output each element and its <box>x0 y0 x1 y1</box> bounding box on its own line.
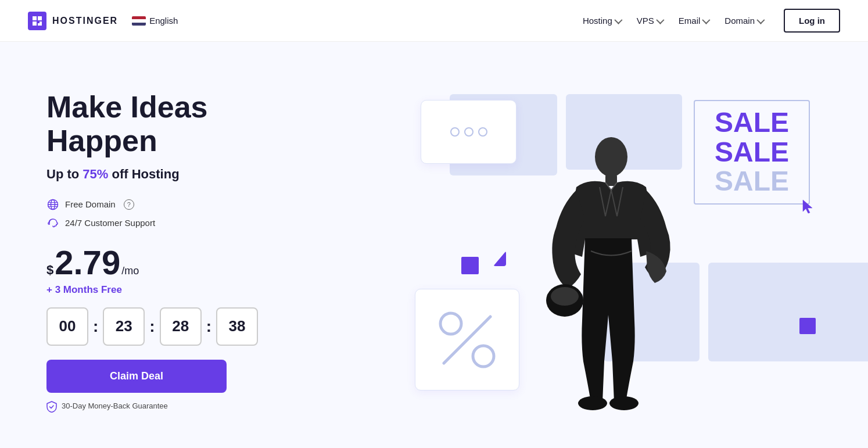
logo-icon <box>28 12 46 30</box>
chevron-down-icon <box>702 16 711 24</box>
language-label: English <box>149 16 178 26</box>
guarantee-label: 30-Day Money-Back Guarantee <box>62 402 168 410</box>
percent-icon <box>432 305 502 375</box>
timer-sep-2: : <box>149 317 155 336</box>
feature-support: 24/7 Customer Support <box>46 217 314 230</box>
hero-title: Make Ideas Happen <box>46 91 314 157</box>
brand-name: HOSTINGER <box>52 16 118 26</box>
nav-email[interactable]: Email <box>672 11 716 30</box>
feature-free-domain: Free Domain ? <box>46 198 314 211</box>
browser-dot-2 <box>464 127 474 137</box>
nav-left: HOSTINGER English <box>28 12 178 30</box>
nav-right: Hosting VPS Email Domain Log in <box>576 9 840 33</box>
chevron-down-icon <box>756 16 765 24</box>
timer-seconds: 28 <box>160 307 202 346</box>
free-domain-text: Free Domain <box>65 199 116 209</box>
support-text: 24/7 Customer Support <box>65 218 155 228</box>
hero-content: Make Ideas Happen Up to 75% off Hosting … <box>46 91 314 411</box>
sale-text-1: SALE <box>715 108 789 137</box>
timer-sep-1: : <box>93 317 98 336</box>
hero-section: Make Ideas Happen Up to 75% off Hosting … <box>0 42 868 448</box>
browser-card <box>421 100 517 164</box>
svg-line-7 <box>444 317 490 363</box>
svg-point-6 <box>473 346 494 367</box>
claim-deal-button[interactable]: Claim Deal <box>46 360 227 393</box>
svg-point-8 <box>595 137 627 177</box>
login-button[interactable]: Log in <box>784 9 840 33</box>
sale-text-3: SALE <box>715 167 789 196</box>
countdown-timer: 00 : 23 : 28 : 38 <box>46 307 314 346</box>
nav-hosting[interactable]: Hosting <box>576 11 627 30</box>
person-figure <box>536 135 687 414</box>
deco-square-5 <box>778 263 868 361</box>
nav-domain[interactable]: Domain <box>718 11 770 30</box>
sale-card: SALE SALE SALE <box>694 100 810 205</box>
svg-point-5 <box>440 313 461 334</box>
deco-square-dark-2 <box>799 318 816 334</box>
price-block: $ 2.79 /mo <box>46 246 314 279</box>
logo[interactable]: HOSTINGER <box>28 12 118 30</box>
price-bonus: + 3 Months Free <box>46 284 314 296</box>
shield-icon <box>46 401 57 411</box>
guarantee-text: 30-Day Money-Back Guarantee <box>46 401 314 411</box>
flag-icon <box>132 16 146 26</box>
price-period: /mo <box>121 265 139 277</box>
timer-frames: 38 <box>216 307 258 346</box>
browser-dot-1 <box>450 127 460 137</box>
price-symbol: $ <box>46 263 53 278</box>
percent-card <box>415 289 519 390</box>
features-list: Free Domain ? 24/7 Customer Support <box>46 198 314 230</box>
cursor-icon <box>802 199 815 214</box>
price-amount: 2.79 <box>55 246 120 279</box>
timer-hours: 00 <box>46 307 88 346</box>
chevron-down-icon <box>614 16 622 24</box>
chevron-down-icon <box>656 16 664 24</box>
svg-point-13 <box>609 396 639 410</box>
deco-triangle <box>493 251 506 266</box>
navbar: HOSTINGER English Hosting VPS Email Doma… <box>0 0 868 42</box>
nav-menu: Hosting VPS Email Domain <box>576 11 770 30</box>
svg-point-12 <box>578 396 607 410</box>
svg-point-11 <box>551 287 579 306</box>
language-selector[interactable]: English <box>132 16 178 26</box>
sale-text-2: SALE <box>715 138 789 167</box>
hero-subtitle: Up to 75% off Hosting <box>46 167 314 182</box>
hero-illustration: SALE SALE SALE <box>386 88 822 414</box>
timer-minutes: 23 <box>103 307 145 346</box>
nav-vps[interactable]: VPS <box>630 11 669 30</box>
deco-square-dark-1 <box>461 257 479 274</box>
person-svg <box>536 135 687 414</box>
browser-dot-3 <box>478 127 487 137</box>
globe-icon <box>46 198 59 211</box>
browser-dots <box>450 127 487 137</box>
timer-sep-3: : <box>206 317 211 336</box>
question-icon[interactable]: ? <box>124 199 134 210</box>
headset-icon <box>46 217 59 230</box>
